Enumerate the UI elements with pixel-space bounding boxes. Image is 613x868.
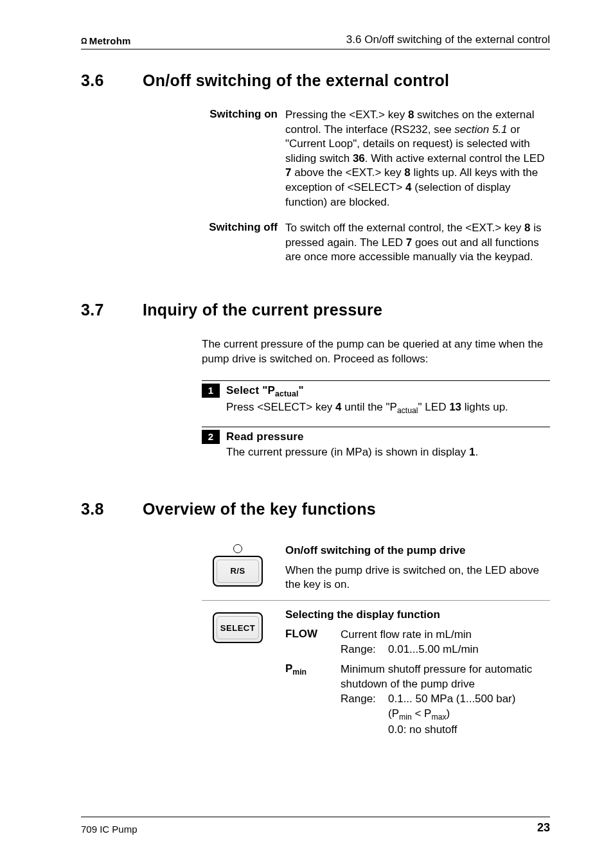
key-graphic: R/S [202,544,274,593]
select-key-icon: SELECT [213,612,263,643]
param-body: Minimum shutoff pressure for automatic s… [341,662,550,738]
intro-text: The current pressure of the pump can be … [202,337,550,366]
step-number: 1 [202,384,220,398]
key-description: On/off switching of the pump drive When … [285,544,550,593]
step-number: 2 [202,430,220,444]
key-label: R/S [230,566,245,576]
brand-name: Metrohm [89,35,131,46]
section-heading: Overview of the key functions [143,500,550,518]
section-number: 3.6 [81,71,143,90]
range-label: Range: [341,692,388,738]
param-label: FLOW [285,628,341,657]
key-label: SELECT [220,623,255,633]
page-number: 23 [537,821,550,835]
key-desc-title: On/off switching of the pump drive [285,544,550,557]
header-breadcrumb: 3.6 On/off switching of the external con… [346,33,550,46]
page-header: Ω Metrohm 3.6 On/off switching of the ex… [81,33,550,49]
brand-icon: Ω [81,37,87,46]
range-label: Range: [341,642,388,657]
key-graphic: SELECT [202,608,274,743]
section-3-8: 3.8 Overview of the key functions R/S On… [81,500,550,750]
param-desc: Minimum shutoff pressure for automatic s… [341,662,550,692]
page-footer: 709 IC Pump 23 [81,817,550,835]
step-title: Select "Pactual" [226,384,304,398]
section-intro: The current pressure of the pump can be … [81,337,550,366]
key-desc-title: Selecting the display function [285,608,550,621]
section-number: 3.8 [81,500,143,518]
section-heading: On/off switching of the external control [143,71,550,90]
range-value: 0.1... 50 MPa (1...500 bar) (Pmin < Pmax… [388,692,550,738]
definition-term: Switching off [202,221,285,265]
section-3-6: 3.6 On/off switching of the external con… [81,71,550,265]
definition-text: Pressing the <EXT.> key 8 switches on th… [285,108,550,209]
section-title: 3.7 Inquiry of the current pressure [81,301,550,319]
param-label: Pmin [285,662,341,738]
section-3-7: 3.7 Inquiry of the current pressure The … [81,301,550,463]
step-2: 2 Read pressure The current pressure (in… [202,427,550,464]
definition-term: Switching on [202,108,285,209]
led-indicator-icon [233,544,242,553]
param-pmin: Pmin Minimum shutoff pressure for automa… [285,662,550,738]
range-value: 0.01...5.00 mL/min [388,642,550,657]
param-flow: FLOW Current flow rate in mL/min Range: … [285,628,550,657]
step-1: 1 Select "Pactual" Press <SELECT> key 4 … [202,380,550,420]
param-desc: Current flow rate in mL/min [341,628,550,642]
section-heading: Inquiry of the current pressure [143,301,550,319]
key-row-select: SELECT Selecting the display function FL… [202,600,550,750]
step-title: Read pressure [226,430,304,443]
key-description: Selecting the display function FLOW Curr… [285,608,550,743]
section-number: 3.7 [81,301,143,319]
param-body: Current flow rate in mL/min Range: 0.01.… [341,628,550,657]
key-desc-body: When the pump drive is switched on, the … [285,563,550,593]
definition-row: Switching off To switch off the external… [81,221,550,265]
definition-text: To switch off the external control, the … [285,221,550,265]
definition-row: Switching on Pressing the <EXT.> key 8 s… [81,108,550,209]
brand-logo: Ω Metrohm [81,35,131,46]
footer-product: 709 IC Pump [81,824,138,835]
step-body: Press <SELECT> key 4 until the "Pactual"… [226,399,550,420]
section-title: 3.8 Overview of the key functions [81,500,550,518]
rs-key-icon: R/S [213,556,263,587]
step-body: The current pressure (in MPa) is shown i… [226,444,550,464]
section-title: 3.6 On/off switching of the external con… [81,71,550,90]
key-row-rs: R/S On/off switching of the pump drive W… [202,536,550,601]
